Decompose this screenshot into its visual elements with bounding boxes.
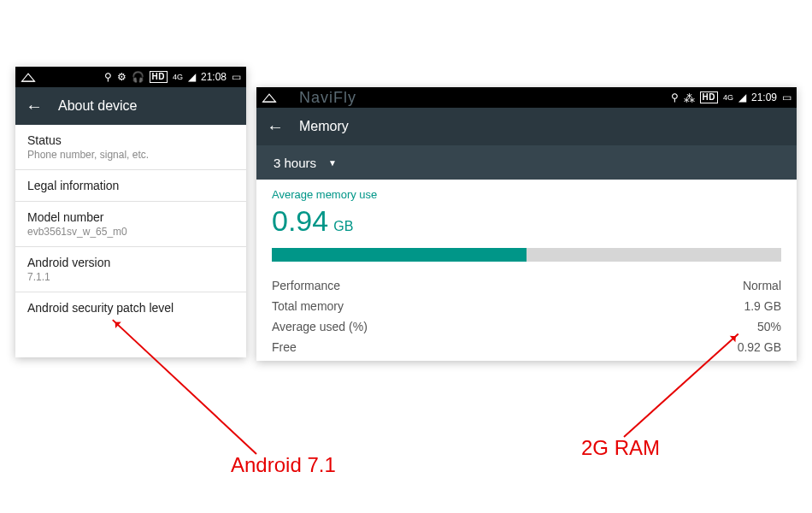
location-icon: ⚲: [104, 71, 112, 83]
battery-icon: ▭: [782, 91, 791, 103]
svg-rect-0: [22, 81, 35, 82]
kv-free: Free 0.92 GB: [272, 337, 781, 357]
home-icon: [21, 71, 36, 83]
network-label: 4G: [173, 73, 183, 81]
hd-badge: HD: [700, 91, 718, 103]
kv-avg-used: Average used (%) 50%: [272, 316, 781, 337]
memory-panel: NaviFly ⚲ ⁂ HD 4G ◢ 21:09 ▭ ← Memory 3 h…: [256, 87, 797, 361]
kv-performance: Performance Normal: [272, 275, 781, 296]
memory-body: Average memory use 0.94 GB Performance N…: [256, 180, 797, 357]
app-bar: ← About device: [15, 87, 246, 125]
row-security-patch[interactable]: Android security patch level: [15, 292, 246, 323]
row-android-version[interactable]: Android version 7.1.1: [15, 247, 246, 292]
kv-total-memory: Total memory 1.9 GB: [272, 296, 781, 316]
svg-rect-1: [263, 102, 276, 103]
status-bar: ⚲ ⚙ 🎧 HD 4G ◢ 21:08 ▭: [15, 67, 246, 87]
hd-badge: HD: [150, 71, 168, 83]
memory-usage-bar: [272, 248, 781, 262]
status-bar: NaviFly ⚲ ⁂ HD 4G ◢ 21:09 ▭: [256, 87, 797, 108]
location-icon: ⚲: [671, 91, 679, 103]
about-device-panel: ⚲ ⚙ 🎧 HD 4G ◢ 21:08 ▭ ← About device Sta…: [15, 67, 246, 357]
app-bar: ← Memory: [256, 108, 797, 145]
back-icon[interactable]: ←: [26, 97, 43, 116]
range-selector[interactable]: 3 hours ▼: [256, 145, 797, 180]
clock: 21:08: [201, 71, 227, 83]
watermark: NaviFly: [299, 89, 356, 107]
row-legal[interactable]: Legal information: [15, 170, 246, 202]
dropdown-icon: ▼: [328, 158, 337, 168]
bluetooth-icon: ⁂: [684, 91, 695, 104]
avg-memory-caption: Average memory use: [272, 188, 781, 201]
back-icon[interactable]: ←: [267, 117, 284, 137]
callout-ram: 2G RAM: [581, 436, 660, 460]
home-icon: [262, 91, 277, 103]
clock: 21:09: [751, 91, 777, 103]
page-title: Memory: [299, 119, 349, 134]
row-model[interactable]: Model number evb3561sv_w_65_m0: [15, 202, 246, 247]
network-label: 4G: [723, 93, 733, 102]
bluetooth-icon: ⚙: [117, 71, 127, 83]
callout-android: Android 7.1: [231, 453, 336, 477]
memory-usage-fill: [272, 248, 527, 262]
signal-icon: ◢: [738, 91, 746, 103]
row-status[interactable]: Status Phone number, signal, etc.: [15, 125, 246, 170]
about-list: Status Phone number, signal, etc. Legal …: [15, 125, 246, 357]
headset-icon: 🎧: [132, 71, 144, 83]
page-title: About device: [58, 98, 138, 114]
battery-icon: ▭: [232, 71, 241, 83]
avg-memory-value: 0.94 GB: [272, 204, 781, 238]
signal-icon: ◢: [188, 71, 196, 83]
range-label: 3 hours: [274, 156, 316, 170]
